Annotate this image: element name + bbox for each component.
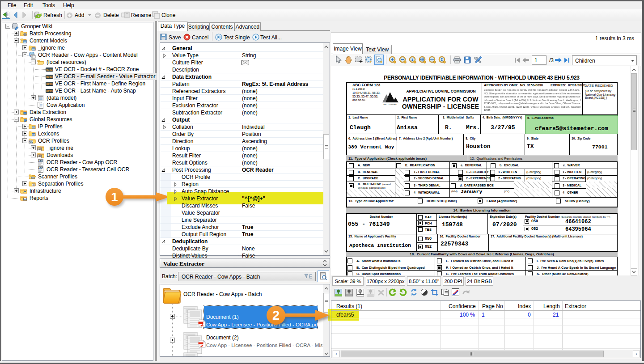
svg-text:0723: 0723 bbox=[47, 68, 53, 71]
svg-text:ABC: ABC bbox=[37, 155, 42, 157]
svg-text:0723: 0723 bbox=[47, 89, 53, 93]
svg-text:2: 2 bbox=[272, 308, 280, 322]
svg-text:1: 1 bbox=[111, 190, 118, 204]
svg-text:1: 1 bbox=[411, 58, 414, 62]
svg-text:ABC: ABC bbox=[38, 167, 43, 169]
svg-text:ABC: ABC bbox=[37, 148, 42, 150]
svg-text:0723: 0723 bbox=[47, 82, 53, 85]
svg-text:ABC: ABC bbox=[29, 141, 33, 143]
svg-text:ABC: ABC bbox=[38, 160, 43, 162]
svg-text:0723: 0723 bbox=[47, 75, 53, 78]
